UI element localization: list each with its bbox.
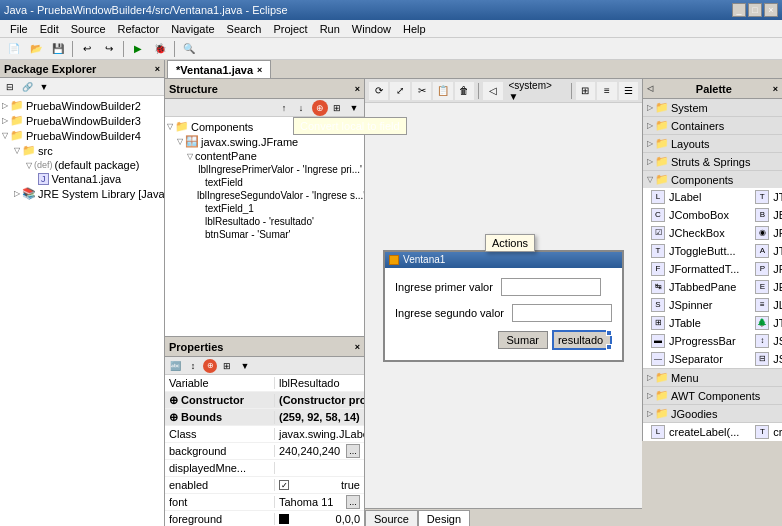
debug-button[interactable]: 🐞 xyxy=(150,40,170,58)
struct-jframe[interactable]: ▽ 🪟 javax.swing.JFrame xyxy=(167,134,362,149)
palette-jspinner[interactable]: SJSpinner xyxy=(643,296,747,314)
minimize-button[interactable]: _ xyxy=(732,3,746,17)
palette-jcheckbox[interactable]: ☑JCheckBox xyxy=(643,224,747,242)
struct-btnsumar[interactable]: btnSumar - 'Sumar' xyxy=(167,228,362,241)
palette-jtree[interactable]: 🌲JTree xyxy=(747,314,782,332)
properties-close[interactable]: × xyxy=(355,342,360,352)
struct-btn5[interactable]: ▼ xyxy=(346,100,362,116)
palette-jtabbedpane[interactable]: ↹JTabbedPane xyxy=(643,278,747,296)
menu-help[interactable]: Help xyxy=(397,20,432,37)
tree-item-ventana1[interactable]: J Ventana1.java xyxy=(2,172,162,186)
open-button[interactable]: 📂 xyxy=(26,40,46,58)
menu-navigate[interactable]: Navigate xyxy=(165,20,220,37)
palette-section-jgoodies-header[interactable]: ▷ 📁 JGoodies xyxy=(643,405,782,422)
properties-scroll[interactable]: Variable lblResultado ⊕ Constructor (Con… xyxy=(165,375,364,526)
struct-textfield2[interactable]: textField_1 xyxy=(167,202,362,215)
palette-jlist[interactable]: ≡JList xyxy=(747,296,782,314)
palette-jscrollbar[interactable]: ↕JScrollBar xyxy=(747,332,782,350)
designer-btn1[interactable]: ⟳ xyxy=(369,82,388,100)
link-with-editor-button[interactable]: 🔗 xyxy=(19,79,35,95)
menu-refactor[interactable]: Refactor xyxy=(112,20,166,37)
props-btn2[interactable]: ↕ xyxy=(185,358,201,374)
struct-btn3[interactable]: ⊕ Convert local to field xyxy=(312,100,328,116)
props-btn4[interactable]: ⊞ xyxy=(219,358,235,374)
struct-btn4[interactable]: ⊞ xyxy=(329,100,345,116)
preview-input-2[interactable] xyxy=(512,304,612,322)
editor-tab-close[interactable]: × xyxy=(257,65,262,75)
font-expand[interactable]: ... xyxy=(346,495,360,509)
designer-btn4[interactable]: 📋 xyxy=(433,82,452,100)
palette-jseparator[interactable]: —JSeparator xyxy=(643,350,747,368)
designer-btn5[interactable]: 🗑 xyxy=(455,82,474,100)
palette-jslider[interactable]: ⊟JSlider xyxy=(747,350,782,368)
run-button[interactable]: ▶ xyxy=(128,40,148,58)
save-button[interactable]: 💾 xyxy=(48,40,68,58)
package-explorer-close[interactable]: × xyxy=(155,64,160,74)
palette-section-components-header[interactable]: ▽ 📁 Components xyxy=(643,171,782,188)
designer-btn2[interactable]: ⤢ xyxy=(390,82,409,100)
palette-close[interactable]: × xyxy=(773,84,778,94)
palette-jtogglebutton[interactable]: TJToggleButt... xyxy=(643,242,747,260)
palette-jcombobox[interactable]: CJComboBox xyxy=(643,206,747,224)
menu-run[interactable]: Run xyxy=(314,20,346,37)
palette-jtextarea[interactable]: AJTextArea xyxy=(747,242,782,260)
search-button[interactable]: 🔍 xyxy=(179,40,199,58)
preview-input-1[interactable] xyxy=(501,278,601,296)
struct-lbl1[interactable]: lblIngresePrimerValor - 'Ingrese pri...' xyxy=(167,163,362,176)
struct-btn1[interactable]: ↑ xyxy=(276,100,292,116)
props-btn3[interactable]: ⊕ xyxy=(203,359,217,373)
palette-jformattedtf[interactable]: FJFormattedT... xyxy=(643,260,747,278)
undo-button[interactable]: ↩ xyxy=(77,40,97,58)
preview-sumar-btn[interactable]: Sumar xyxy=(498,331,548,349)
maximize-button[interactable]: □ xyxy=(748,3,762,17)
palette-jprogressbar[interactable]: ▬JProgressBar xyxy=(643,332,747,350)
align-btn2[interactable]: ≡ xyxy=(597,82,616,100)
struct-btn2[interactable]: ↓ xyxy=(293,100,309,116)
palette-jtable[interactable]: ⊞JTable xyxy=(643,314,747,332)
tab-source[interactable]: Source xyxy=(365,510,418,526)
tree-item-wb4[interactable]: ▽ 📁 PruebaWindowBuilder4 xyxy=(2,128,162,143)
system-selector[interactable]: <system> ▼ xyxy=(505,80,567,102)
structure-close[interactable]: × xyxy=(355,84,360,94)
new-button[interactable]: 📄 xyxy=(4,40,24,58)
props-btn5[interactable]: ▼ xyxy=(237,358,253,374)
palette-jpasswordfield[interactable]: PJPasswordFi... xyxy=(747,260,782,278)
tree-item-jre[interactable]: ▷ 📚 JRE System Library [JavaSE-1.6] xyxy=(2,186,162,201)
palette-jbutton[interactable]: BJButton xyxy=(747,206,782,224)
props-btn1[interactable]: 🔤 xyxy=(167,358,183,374)
menu-edit[interactable]: Edit xyxy=(34,20,65,37)
palette-jradiobutton[interactable]: ◉JRadioButton xyxy=(747,224,782,242)
tree-item-wb3[interactable]: ▷ 📁 PruebaWindowBuilder3 xyxy=(2,113,162,128)
tab-design[interactable]: Design xyxy=(418,510,470,526)
designer-btn6[interactable]: ◁ xyxy=(483,82,502,100)
palette-section-containers-header[interactable]: ▷ 📁 Containers xyxy=(643,117,782,134)
background-expand[interactable]: ... xyxy=(346,444,360,458)
palette-scroll[interactable]: ▷ 📁 System ▷ 📁 Containers xyxy=(643,99,782,441)
palette-section-menu-header[interactable]: ▷ 📁 Menu xyxy=(643,369,782,386)
palette-section-struts-header[interactable]: ▷ 📁 Struts & Springs xyxy=(643,153,782,170)
palette-createlabel[interactable]: LcreateLabel(... xyxy=(643,423,747,441)
palette-section-system-header[interactable]: ▷ 📁 System xyxy=(643,99,782,116)
align-btn1[interactable]: ⊞ xyxy=(576,82,595,100)
menu-window[interactable]: Window xyxy=(346,20,397,37)
palette-jtextfield[interactable]: TJTextField xyxy=(747,188,782,206)
enabled-checkbox[interactable]: ✓ xyxy=(279,480,289,490)
struct-textfield1[interactable]: textField xyxy=(167,176,362,189)
redo-button[interactable]: ↪ xyxy=(99,40,119,58)
palette-createtitle[interactable]: TcreateTitle(S... xyxy=(747,423,782,441)
editor-tab-ventana1[interactable]: *Ventana1.java × xyxy=(167,60,271,78)
menu-search[interactable]: Search xyxy=(221,20,268,37)
palette-section-layouts-header[interactable]: ▷ 📁 Layouts xyxy=(643,135,782,152)
menu-source[interactable]: Source xyxy=(65,20,112,37)
tree-item-default-pkg[interactable]: ▽ (def) (default package) xyxy=(2,158,162,172)
menu-button[interactable]: ▼ xyxy=(36,79,52,95)
struct-contentpane[interactable]: ▽ contentPane xyxy=(167,149,362,163)
structure-tree[interactable]: ▽ 📁 Components ▽ 🪟 javax.swing.JFrame ▽ … xyxy=(165,117,364,336)
menu-file[interactable]: File xyxy=(4,20,34,37)
struct-lblresultado[interactable]: lblResultado - 'resultado' xyxy=(167,215,362,228)
palette-section-awt-header[interactable]: ▷ 📁 AWT Components xyxy=(643,387,782,404)
package-tree[interactable]: ▷ 📁 PruebaWindowBuilder2 ▷ 📁 PruebaWindo… xyxy=(0,96,164,526)
collapse-all-button[interactable]: ⊟ xyxy=(2,79,18,95)
tree-item-src[interactable]: ▽ 📁 src xyxy=(2,143,162,158)
align-btn3[interactable]: ☰ xyxy=(619,82,638,100)
